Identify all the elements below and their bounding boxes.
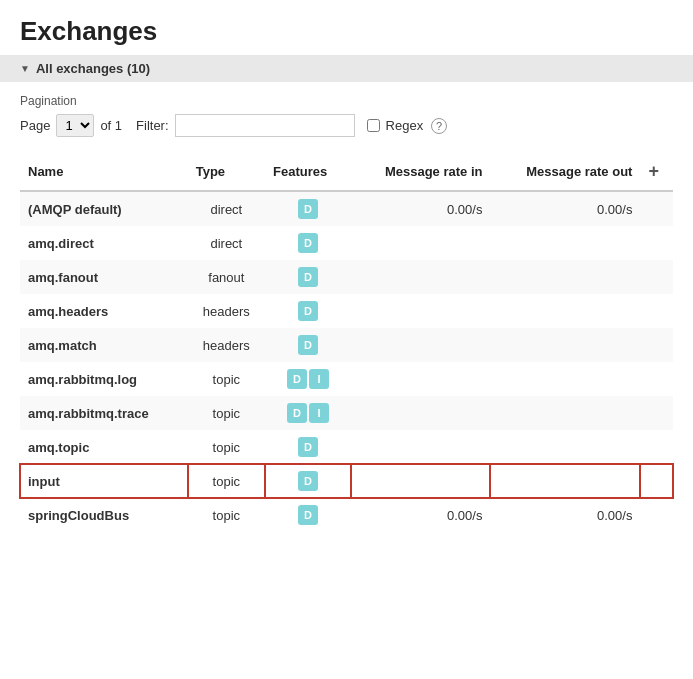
regex-checkbox[interactable]	[367, 119, 380, 132]
col-type: Type	[188, 153, 265, 191]
exchange-type: topic	[188, 464, 265, 498]
exchanges-table: Name Type Features Message rate in Messa…	[20, 153, 673, 532]
pagination-label: Pagination	[20, 94, 673, 108]
exchange-features: D	[265, 226, 351, 260]
durable-badge: D	[298, 301, 318, 321]
message-rate-in: 0.00/s	[351, 498, 490, 532]
durable-badge: D	[298, 233, 318, 253]
col-features: Features	[265, 153, 351, 191]
exchange-name[interactable]: amq.direct	[20, 226, 188, 260]
exchange-features: DI	[265, 362, 351, 396]
exchange-features: D	[265, 191, 351, 226]
durable-badge: D	[298, 335, 318, 355]
table-row[interactable]: inputtopicD	[20, 464, 673, 498]
table-row[interactable]: amq.headersheadersD	[20, 294, 673, 328]
exchange-features: D	[265, 260, 351, 294]
extra-col	[640, 396, 673, 430]
internal-badge: I	[309, 369, 329, 389]
exchange-type: headers	[188, 294, 265, 328]
exchange-type: headers	[188, 328, 265, 362]
exchange-type: topic	[188, 498, 265, 532]
exchange-name[interactable]: amq.fanout	[20, 260, 188, 294]
message-rate-out	[490, 430, 640, 464]
table-row[interactable]: amq.rabbitmq.tracetopicDI	[20, 396, 673, 430]
exchange-type: topic	[188, 396, 265, 430]
internal-badge: I	[309, 403, 329, 423]
filter-label: Filter:	[136, 118, 169, 133]
extra-col	[640, 260, 673, 294]
message-rate-out: 0.00/s	[490, 191, 640, 226]
extra-col	[640, 362, 673, 396]
message-rate-in	[351, 294, 490, 328]
table-row[interactable]: amq.topictopicD	[20, 430, 673, 464]
table-row[interactable]: amq.fanoutfanoutD	[20, 260, 673, 294]
table-row[interactable]: (AMQP default)directD0.00/s0.00/s	[20, 191, 673, 226]
message-rate-out	[490, 226, 640, 260]
exchange-name[interactable]: (AMQP default)	[20, 191, 188, 226]
table-header-row: Name Type Features Message rate in Messa…	[20, 153, 673, 191]
message-rate-in	[351, 464, 490, 498]
question-mark-icon[interactable]: ?	[431, 118, 447, 134]
arrow-icon: ▼	[20, 63, 30, 74]
exchange-type: topic	[188, 430, 265, 464]
extra-col	[640, 498, 673, 532]
extra-col	[640, 226, 673, 260]
message-rate-out	[490, 260, 640, 294]
extra-col	[640, 191, 673, 226]
filter-input[interactable]	[175, 114, 355, 137]
durable-badge: D	[287, 369, 307, 389]
exchange-features: DI	[265, 396, 351, 430]
table-row[interactable]: springCloudBustopicD0.00/s0.00/s	[20, 498, 673, 532]
extra-col	[640, 294, 673, 328]
of-label: of 1	[100, 118, 122, 133]
table-row[interactable]: amq.rabbitmq.logtopicDI	[20, 362, 673, 396]
exchange-features: D	[265, 328, 351, 362]
col-name: Name	[20, 153, 188, 191]
message-rate-in	[351, 362, 490, 396]
exchange-name[interactable]: amq.topic	[20, 430, 188, 464]
exchange-name[interactable]: springCloudBus	[20, 498, 188, 532]
exchange-type: fanout	[188, 260, 265, 294]
exchange-features: D	[265, 464, 351, 498]
message-rate-in	[351, 328, 490, 362]
extra-col	[640, 430, 673, 464]
extra-col	[640, 328, 673, 362]
durable-badge: D	[298, 505, 318, 525]
message-rate-out	[490, 328, 640, 362]
section-label: All exchanges (10)	[36, 61, 150, 76]
message-rate-in	[351, 260, 490, 294]
exchange-features: D	[265, 294, 351, 328]
section-header[interactable]: ▼ All exchanges (10)	[0, 55, 693, 82]
durable-badge: D	[298, 471, 318, 491]
page-label: Page	[20, 118, 50, 133]
message-rate-in	[351, 396, 490, 430]
exchange-name[interactable]: amq.rabbitmq.log	[20, 362, 188, 396]
message-rate-in: 0.00/s	[351, 191, 490, 226]
page-title: Exchanges	[0, 0, 693, 55]
durable-badge: D	[298, 437, 318, 457]
message-rate-in	[351, 430, 490, 464]
durable-badge: D	[287, 403, 307, 423]
page-select[interactable]: 1	[56, 114, 94, 137]
col-extra[interactable]: +	[640, 153, 673, 191]
table-row[interactable]: amq.directdirectD	[20, 226, 673, 260]
extra-col	[640, 464, 673, 498]
message-rate-out	[490, 362, 640, 396]
message-rate-out	[490, 396, 640, 430]
regex-label: Regex	[386, 118, 424, 133]
col-rate-in: Message rate in	[351, 153, 490, 191]
exchange-name[interactable]: input	[20, 464, 188, 498]
exchange-type: direct	[188, 226, 265, 260]
exchange-name[interactable]: amq.headers	[20, 294, 188, 328]
message-rate-in	[351, 226, 490, 260]
durable-badge: D	[298, 267, 318, 287]
durable-badge: D	[298, 199, 318, 219]
exchange-name[interactable]: amq.match	[20, 328, 188, 362]
message-rate-out: 0.00/s	[490, 498, 640, 532]
message-rate-out	[490, 464, 640, 498]
exchange-type: topic	[188, 362, 265, 396]
exchange-type: direct	[188, 191, 265, 226]
message-rate-out	[490, 294, 640, 328]
exchange-name[interactable]: amq.rabbitmq.trace	[20, 396, 188, 430]
table-row[interactable]: amq.matchheadersD	[20, 328, 673, 362]
